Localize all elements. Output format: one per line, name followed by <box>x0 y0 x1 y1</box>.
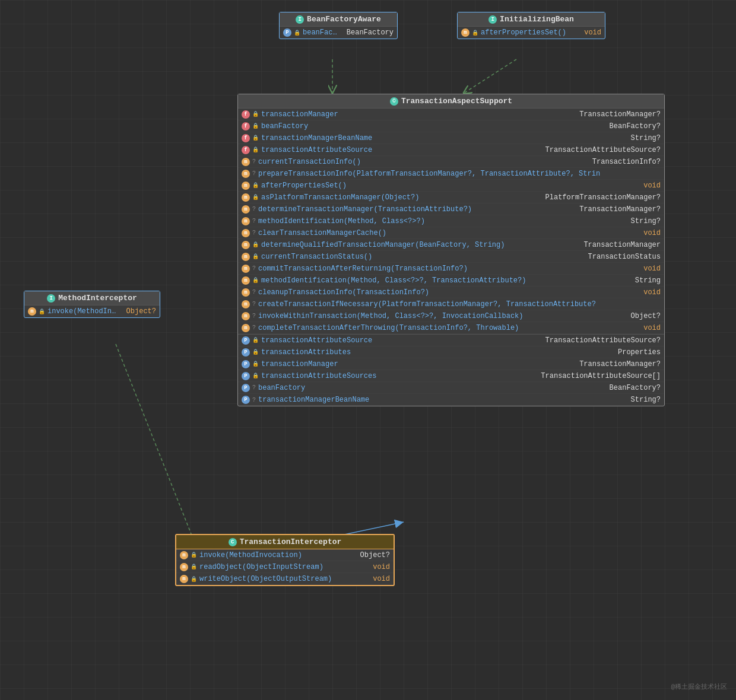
member-name: transactionManager <box>261 360 572 368</box>
method-icon: m <box>242 288 250 297</box>
transaction-aspect-support-box: © TransactionAspectSupport f 🔒 transacti… <box>237 94 665 406</box>
list-item: P ? transactionManagerBeanName String? <box>238 394 664 406</box>
bean-factory-aware-box: I BeanFactoryAware P 🔒 beanFactory BeanF… <box>279 12 398 39</box>
interface-icon: I <box>296 15 304 24</box>
vis-icon: ? <box>252 230 256 236</box>
method-icon: m <box>242 276 250 285</box>
list-item: m 🔒 determineQualifiedTransactionManager… <box>238 239 664 251</box>
field-icon: f <box>242 122 250 131</box>
lock-icon: 🔒 <box>252 253 259 260</box>
transaction-aspect-support-header: © TransactionAspectSupport <box>238 94 664 109</box>
watermark: @稀土掘金技术社区 <box>671 682 727 691</box>
member-type: void <box>373 563 390 571</box>
list-item: P ? beanFactory BeanFactory? <box>238 382 664 394</box>
lock-icon: 🔒 <box>252 182 259 189</box>
member-type: TransactionAttributeSource? <box>545 146 661 154</box>
member-type: BeanFactory <box>347 28 394 37</box>
method-icon: m <box>28 307 36 316</box>
member-name: transactionAttributeSource <box>261 146 538 154</box>
member-name: asPlatformTransactionManager(Object?) <box>261 193 538 202</box>
member-type: BeanFactory? <box>610 384 661 392</box>
member-type: Object? <box>631 312 661 320</box>
member-type: Object? <box>126 307 156 316</box>
member-type: Properties <box>618 348 661 357</box>
member-name: transactionManager <box>261 110 572 119</box>
method-icon: m <box>242 193 250 202</box>
vis-icon: ? <box>252 324 256 331</box>
method-icon: m <box>242 217 250 225</box>
vis-icon: ? <box>252 313 256 319</box>
list-item: m 🔒 invoke(MethodInvocation) Object? <box>24 306 160 317</box>
bean-factory-aware-header: I BeanFactoryAware <box>280 12 397 27</box>
initializing-bean-header: I InitializingBean <box>458 12 605 27</box>
transaction-interceptor-body: m 🔒 invoke(MethodInvocation) Object? m 🔒… <box>176 549 394 585</box>
member-name: invokeWithinTransaction(Method, Class<?>… <box>258 312 624 320</box>
member-type: PlatformTransactionManager? <box>545 193 661 202</box>
method-icon: m <box>242 182 250 190</box>
list-item: m ? currentTransactionInfo() Transaction… <box>238 156 664 168</box>
member-name: methodIdentification(Method, Class<?>?, … <box>261 276 628 285</box>
list-item: f 🔒 transactionAttributeSource Transacti… <box>238 144 664 156</box>
member-name: afterPropertiesSet() <box>481 28 577 37</box>
transaction-interceptor-title: TransactionInterceptor <box>240 537 342 546</box>
member-name: transactionAttributes <box>261 348 611 357</box>
method-interceptor-box: I MethodInterceptor m 🔒 invoke(MethodInv… <box>24 291 160 318</box>
method-icon: m <box>180 551 188 559</box>
method-icon: m <box>461 28 469 37</box>
member-type: TransactionManager <box>583 241 661 249</box>
transaction-aspect-support-body: f 🔒 transactionManager TransactionManage… <box>238 109 664 406</box>
method-icon: m <box>242 312 250 320</box>
vis-icon: ? <box>252 158 256 165</box>
member-type: TransactionAttributeSource[] <box>541 372 661 380</box>
member-name: writeObject(ObjectOutputStream) <box>199 575 366 583</box>
member-name: cleanupTransactionInfo(TransactionInfo?) <box>258 288 636 297</box>
list-item: m ? completeTransactionAfterThrowing(Tra… <box>238 322 664 334</box>
list-item: m ? invokeWithinTransaction(Method, Clas… <box>238 310 664 322</box>
list-item: m ? determineTransactionManager(Transact… <box>238 203 664 215</box>
member-name: transactionManagerBeanName <box>261 134 624 142</box>
initializing-bean-title: InitializingBean <box>500 15 574 24</box>
list-item: m ? createTransactionIfNecessary(Platfor… <box>238 298 664 310</box>
member-name: prepareTransactionInfo(PlatformTransacti… <box>258 170 661 178</box>
lock-icon: 🔒 <box>252 123 259 129</box>
property-icon: P <box>242 372 250 380</box>
list-item: f 🔒 transactionManagerBeanName String? <box>238 132 664 144</box>
method-interceptor-title: MethodInterceptor <box>58 294 137 303</box>
initializing-bean-box: I InitializingBean m 🔒 afterPropertiesSe… <box>457 12 605 39</box>
lock-icon: 🔒 <box>252 277 259 284</box>
method-interceptor-body: m 🔒 invoke(MethodInvocation) Object? <box>24 306 160 317</box>
field-icon: f <box>242 146 250 154</box>
list-item: m ? prepareTransactionInfo(PlatformTrans… <box>238 168 664 180</box>
list-item: f 🔒 beanFactory BeanFactory? <box>238 120 664 132</box>
field-icon: f <box>242 134 250 142</box>
lock-icon: 🔒 <box>252 373 259 379</box>
vis-icon: ? <box>252 170 256 177</box>
member-name: readObject(ObjectInputStream) <box>199 563 366 571</box>
list-item: m 🔒 currentTransactionStatus() Transacti… <box>238 251 664 263</box>
svg-line-4 <box>116 344 196 546</box>
member-name: currentTransactionStatus() <box>261 253 581 261</box>
bean-factory-aware-body: P 🔒 beanFactory BeanFactory <box>280 27 397 39</box>
vis-icon: ? <box>252 384 256 391</box>
lock-icon: 🔒 <box>191 552 197 558</box>
list-item: P 🔒 transactionAttributeSource Transacti… <box>238 335 664 346</box>
member-type: void <box>584 28 601 37</box>
member-type: Object? <box>360 551 390 559</box>
vis-icon: ? <box>252 301 256 307</box>
member-name: beanFactory <box>258 384 602 392</box>
member-type: TransactionInfo? <box>592 158 661 166</box>
member-name: determineQualifiedTransactionManager(Bea… <box>261 241 576 249</box>
method-icon: m <box>242 300 250 308</box>
method-interceptor-header: I MethodInterceptor <box>24 291 160 306</box>
list-item: m 🔒 asPlatformTransactionManager(Object?… <box>238 192 664 203</box>
member-name: currentTransactionInfo() <box>258 158 585 166</box>
member-name: transactionAttributeSources <box>261 372 534 380</box>
lock-icon: 🔒 <box>191 576 197 583</box>
property-icon: P <box>242 384 250 392</box>
member-name: methodIdentification(Method, Class<?>?) <box>258 217 624 225</box>
vis-icon: ? <box>252 206 256 212</box>
member-type: void <box>643 182 661 190</box>
vis-icon: ? <box>252 218 256 224</box>
member-name: transactionManagerBeanName <box>258 396 624 404</box>
list-item: P 🔒 transactionAttributes Properties <box>238 346 664 358</box>
